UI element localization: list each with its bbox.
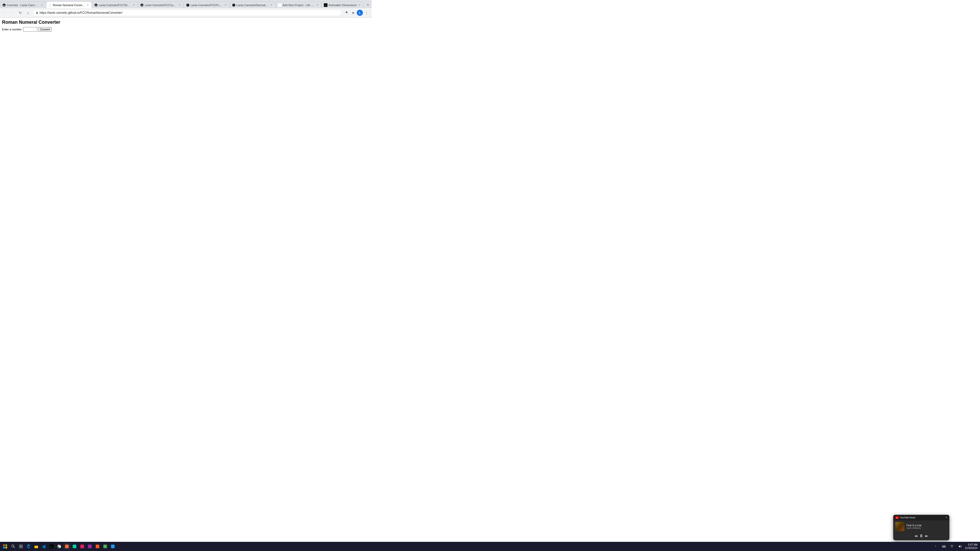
- tab-5[interactable]: Lanie-Carmelo/FCCPokemon... ×: [184, 2, 230, 8]
- tab-1-favicon: gh: [2, 3, 6, 7]
- tab-7-favicon: [278, 3, 282, 7]
- input-label: Enter a number:: [2, 28, 22, 31]
- tab-2[interactable]: 📄 Roman Numeral Converter ×: [46, 2, 92, 8]
- page-content: Roman Numeral Converter Enter a number: …: [0, 17, 372, 199]
- svg-point-8: [186, 3, 189, 6]
- profile-initial: L: [357, 10, 363, 16]
- address-bar-row: ← → ↻ ⌂ https://lanie-carmelo.github.io/…: [0, 8, 372, 17]
- tab-5-favicon: [186, 3, 189, 7]
- forward-button[interactable]: →: [10, 10, 16, 16]
- svg-text:gh: gh: [3, 4, 5, 6]
- tab-4-favicon: gh: [140, 3, 144, 7]
- tab-2-close[interactable]: ×: [86, 3, 89, 7]
- new-tab-button[interactable]: +: [365, 2, 371, 8]
- convert-button[interactable]: Convert: [38, 27, 52, 32]
- tab-5-close[interactable]: ×: [224, 3, 228, 7]
- reload-button[interactable]: ↻: [18, 10, 24, 16]
- home-button[interactable]: ⌂: [25, 10, 31, 16]
- address-bar[interactable]: https://lanie-carmelo.github.io/FCCRoman…: [33, 10, 342, 16]
- tab-3-close[interactable]: ×: [132, 3, 135, 7]
- more-options-button[interactable]: ⋮: [363, 10, 369, 16]
- back-button[interactable]: ←: [2, 10, 8, 16]
- tab-8-favicon: ∞: [324, 3, 328, 7]
- page-title: Roman Numeral Converter: [2, 20, 369, 25]
- converter-form: Enter a number: Convert: [2, 27, 369, 32]
- tab-7-close[interactable]: ×: [316, 3, 319, 7]
- url-text: https://lanie-carmelo.github.io/FCCRoman…: [40, 11, 339, 14]
- tab-6-label: Lanie-Carmelo/DazmaticsArts...: [237, 3, 269, 6]
- tab-1-label: Commits · Lanie-Carmelo/FCC...: [7, 3, 39, 6]
- bookmark-button[interactable]: ★: [350, 10, 356, 16]
- tab-7-label: Add New Project · Life of a Fam...: [283, 3, 315, 6]
- tab-1-close[interactable]: ×: [40, 3, 44, 7]
- browser-chrome: gh Commits · Lanie-Carmelo/FCC... × 📄 Ro…: [0, 0, 372, 17]
- toolbar-icons: ★ L ⋮: [344, 10, 369, 16]
- svg-text:gh: gh: [141, 4, 143, 6]
- svg-text:gh: gh: [95, 4, 97, 6]
- svg-point-9: [232, 3, 235, 6]
- profile-avatar[interactable]: L: [357, 10, 363, 16]
- tab-4-close[interactable]: ×: [178, 3, 181, 7]
- tab-2-favicon: 📄: [48, 3, 52, 7]
- tab-6-favicon: [232, 3, 235, 7]
- svg-rect-10: [278, 3, 282, 7]
- svg-text:∞: ∞: [325, 4, 326, 6]
- tab-6-close[interactable]: ×: [270, 3, 273, 7]
- svg-text:📄: 📄: [49, 4, 51, 6]
- tab-bar: gh Commits · Lanie-Carmelo/FCC... × 📄 Ro…: [0, 0, 372, 8]
- number-input[interactable]: [23, 27, 37, 32]
- tab-3-label: Lanie-Carmelo/FCCTelephone...: [99, 3, 131, 6]
- tab-7[interactable]: Add New Project · Life of a Fam... ×: [275, 2, 321, 8]
- extensions-button[interactable]: [344, 10, 350, 16]
- tab-1[interactable]: gh Commits · Lanie-Carmelo/FCC... ×: [0, 2, 46, 8]
- tab-3[interactable]: gh Lanie-Carmelo/FCCTelephone... ×: [92, 2, 138, 8]
- tab-8[interactable]: ∞ Antimatter Dimensions ×: [321, 2, 364, 8]
- tab-2-label: Roman Numeral Converter: [53, 3, 85, 6]
- tab-8-label: Antimatter Dimensions: [328, 3, 357, 6]
- lock-icon: [35, 11, 38, 14]
- tab-5-label: Lanie-Carmelo/FCCPokemon...: [191, 3, 223, 6]
- tab-6[interactable]: Lanie-Carmelo/DazmaticsArts... ×: [230, 2, 275, 8]
- svg-rect-13: [36, 13, 38, 14]
- tab-8-close[interactable]: ×: [358, 3, 361, 7]
- tab-4[interactable]: gh Lanie-Carmelo/FCCCashRegister... ×: [138, 2, 184, 8]
- tab-4-label: Lanie-Carmelo/FCCCashRegister...: [145, 3, 177, 6]
- tab-3-favicon: gh: [94, 3, 98, 7]
